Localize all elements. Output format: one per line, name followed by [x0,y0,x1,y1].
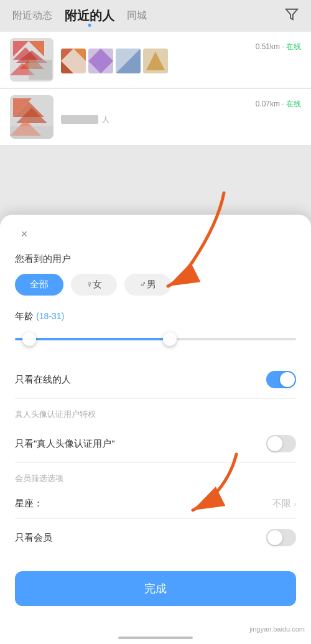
vip-only-toggle[interactable] [266,529,296,546]
photo-strip-1 [61,49,301,73]
filter-section-title: 您看到的用户 [15,253,296,265]
svg-marker-0 [286,9,297,20]
toggle-knob-real-face [267,436,282,451]
user-card-1[interactable]: 0.51km · 在线 [0,32,311,88]
nav-nearby-people: 附近的人 [65,7,114,24]
slider-fill [15,338,170,340]
toggle-knob-vip [267,530,282,545]
real-face-row: 只看"真人头像认证用户" [15,425,296,463]
distance-badge-2: 0.07km · 在线 [256,99,301,110]
online-only-row: 只看在线的人 [15,361,296,399]
nav-active-dot [88,24,91,27]
close-button[interactable]: × [15,225,34,243]
star-label: 星座： [15,498,43,510]
vip-only-row: 只看会员 [15,519,296,556]
real-face-section-header: 真人头像认证用户特权 [15,409,296,420]
gender-female-button[interactable]: ♀女 [71,274,117,296]
nav-people-dot-wrap: 附近的人 [65,7,114,24]
real-face-label: 只看"真人头像认证用户" [15,438,115,450]
chevron-right-icon: › [294,500,296,508]
nav-same-city[interactable]: 同城 [127,9,147,22]
avatar-2 [10,95,53,139]
user-info-2: 人 [61,110,301,125]
filter-icon[interactable] [285,7,299,24]
vip-only-label: 只看会员 [15,532,52,544]
toggle-knob-online [280,372,295,387]
svg-rect-8 [29,60,52,80]
distance-badge-1: 0.51km · 在线 [256,42,301,52]
online-only-label: 只看在线的人 [15,374,71,386]
gender-male-button[interactable]: ♂男 [124,274,170,296]
nav-nearby-feed[interactable]: 附近动态 [12,9,52,22]
people-count-label: 人 [102,115,109,124]
photo-1a [61,49,86,73]
slider-thumb-right[interactable] [163,332,177,346]
slider-track [15,338,296,340]
age-range-display: (18-31) [36,311,64,321]
gender-all-button[interactable]: 全部 [15,274,63,296]
vip-section-header: 会员筛选选项 [15,473,296,484]
real-face-toggle[interactable] [266,435,296,452]
photo-1c [116,49,141,73]
top-navigation: 附近动态 附近的人 同城 [0,0,311,32]
age-filter-section: 年龄 (18-31) [15,310,296,348]
slider-thumb-left[interactable] [22,332,36,346]
watermark: jingyan.baidu.com [249,625,305,633]
avatar-1 [10,38,53,82]
home-indicator [118,637,193,639]
gender-filter-group: 全部 ♀女 ♂男 [15,274,296,296]
photo-1d [143,49,168,73]
svg-rect-24 [10,126,53,139]
star-value[interactable]: 不限 › [272,498,296,510]
age-label: 年龄 (18-31) [15,310,296,322]
age-slider[interactable] [15,330,296,348]
background-feed: 附近动态 附近的人 同城 [0,0,311,224]
photo-1b [88,49,113,73]
filter-bottom-sheet: × 您看到的用户 全部 ♀女 ♂男 年龄 (18-31) 只看在线的人 真人头像… [0,215,311,644]
user-card-2[interactable]: 人 0.07km · 在线 [0,89,311,145]
online-only-toggle[interactable] [266,371,296,388]
star-sign-row[interactable]: 星座： 不限 › [15,489,296,519]
confirm-button[interactable]: 完成 [15,571,296,606]
